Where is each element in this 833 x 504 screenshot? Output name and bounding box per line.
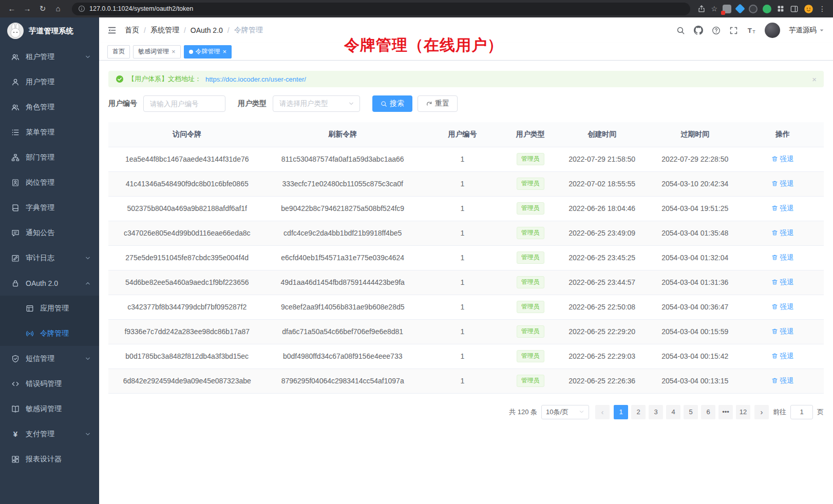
- breadcrumb-system[interactable]: 系统管理: [150, 26, 179, 35]
- page-button[interactable]: 2: [631, 405, 646, 419]
- browser-actions: ☆ ⋮: [697, 4, 828, 14]
- address-bar[interactable]: 127.0.0.1:1024/system/oauth2/token: [72, 3, 690, 15]
- search-icon[interactable]: [676, 26, 685, 35]
- tab-sensitive-word[interactable]: 敏感词管理 ×: [133, 45, 181, 59]
- reload-button[interactable]: ↻: [36, 0, 49, 17]
- sidebar-item-post[interactable]: 岗位管理: [0, 170, 99, 195]
- sidebar-collapse-icon[interactable]: [107, 26, 117, 35]
- lock-icon: [11, 279, 20, 287]
- force-logout-button[interactable]: 强退: [771, 327, 793, 336]
- expire-time-cell: 2022-07-29 22:28:50: [649, 147, 742, 171]
- breadcrumb-home[interactable]: 首页: [125, 26, 139, 35]
- page-buttons: 1 2 3 4 5 6 ••• 12: [614, 405, 750, 419]
- prev-page-button[interactable]: ‹: [595, 405, 610, 419]
- page-size-select[interactable]: 10条/页: [541, 405, 589, 419]
- sidebar-item-error-code[interactable]: 错误码管理: [0, 371, 99, 396]
- sidebar-item-report-designer[interactable]: 报表设计器: [0, 447, 99, 472]
- table-row: c342377bf8b344799dcbf7bf095287f2 9ce8ef2…: [108, 295, 824, 319]
- sidebar-item-menu[interactable]: 菜单管理: [0, 120, 99, 145]
- sidebar-item-role[interactable]: 角色管理: [0, 94, 99, 120]
- font-size-icon[interactable]: [747, 26, 756, 35]
- trash-icon: [771, 377, 778, 384]
- doc-link[interactable]: https://doc.iocoder.cn/user-center/: [205, 75, 306, 83]
- page-button[interactable]: 5: [684, 405, 698, 419]
- sidebar-item-tenant[interactable]: 租户管理: [0, 44, 99, 69]
- close-icon[interactable]: ×: [172, 48, 176, 55]
- alert-close-icon[interactable]: ×: [812, 75, 817, 84]
- sidebar-item-label: 报表设计器: [26, 455, 62, 464]
- trash-icon: [771, 180, 778, 187]
- page-button[interactable]: •••: [718, 405, 733, 419]
- next-page-button[interactable]: ›: [754, 405, 769, 419]
- bookmark-star-icon[interactable]: ☆: [711, 5, 717, 13]
- user-type-badge: 管理员: [517, 350, 544, 362]
- sidebar-item-sensitive-word[interactable]: 敏感词管理: [0, 396, 99, 421]
- force-logout-button[interactable]: 强退: [771, 302, 793, 312]
- page-button[interactable]: 12: [736, 405, 750, 419]
- user-menu[interactable]: 芋道源码: [789, 26, 825, 35]
- fullscreen-icon[interactable]: [729, 26, 738, 35]
- share-icon[interactable]: [697, 5, 706, 13]
- expire-time-cell: 2054-03-04 00:15:59: [649, 319, 742, 344]
- extension-icon-4[interactable]: [763, 5, 771, 13]
- sidebar-item-dict[interactable]: 字典管理: [0, 195, 99, 220]
- tab-home[interactable]: 首页: [107, 45, 130, 59]
- github-icon[interactable]: [694, 26, 703, 35]
- force-logout-button[interactable]: 强退: [771, 376, 793, 385]
- search-button[interactable]: 搜索: [372, 95, 412, 112]
- force-logout-button[interactable]: 强退: [771, 179, 793, 188]
- sidebar-item-notice[interactable]: 通知公告: [0, 220, 99, 245]
- side-panel-icon[interactable]: [790, 5, 799, 13]
- user-type-badge: 管理员: [517, 301, 544, 313]
- sidebar-item-oauth2-token[interactable]: 令牌管理: [0, 321, 99, 346]
- force-logout-label: 强退: [780, 228, 793, 238]
- extensions-puzzle-icon[interactable]: [777, 5, 785, 13]
- reset-button[interactable]: 重置: [418, 95, 458, 112]
- force-logout-button[interactable]: 强退: [771, 278, 793, 287]
- home-button[interactable]: ⌂: [51, 0, 65, 17]
- user-id-cell: 1: [420, 245, 505, 270]
- force-logout-button[interactable]: 强退: [771, 228, 793, 238]
- breadcrumb-oauth2[interactable]: OAuth 2.0: [191, 26, 223, 34]
- sidebar-item-oauth2[interactable]: OAuth 2.0: [0, 270, 99, 296]
- sidebar-item-sms[interactable]: 短信管理: [0, 346, 99, 371]
- back-button[interactable]: ←: [5, 0, 18, 17]
- page-button[interactable]: 6: [701, 405, 715, 419]
- close-icon[interactable]: ×: [223, 48, 227, 55]
- force-logout-button[interactable]: 强退: [771, 204, 793, 213]
- sidebar-item-dept[interactable]: 部门管理: [0, 145, 99, 170]
- goto-page-input[interactable]: [790, 405, 813, 419]
- trash-icon: [771, 328, 778, 335]
- app-logo[interactable]: 芋道管理系统: [0, 17, 99, 44]
- sidebar-item-pay[interactable]: ¥ 支付管理: [0, 421, 99, 447]
- forward-button[interactable]: →: [21, 0, 34, 17]
- browser-menu-icon[interactable]: ⋮: [819, 5, 826, 13]
- user-id-input[interactable]: [143, 95, 225, 112]
- page-button[interactable]: 3: [649, 405, 663, 419]
- goto-suffix: 页: [817, 408, 824, 417]
- sidebar-item-oauth2-app[interactable]: 应用管理: [0, 296, 99, 321]
- sidebar-item-label: OAuth 2.0: [26, 279, 58, 287]
- force-logout-button[interactable]: 强退: [771, 154, 793, 164]
- col-created-time: 创建时间: [556, 122, 649, 147]
- site-info-icon[interactable]: [78, 5, 85, 12]
- profile-avatar-icon[interactable]: [804, 4, 813, 14]
- user-type-select[interactable]: 请选择用户类型: [273, 95, 360, 112]
- force-logout-button[interactable]: 强退: [771, 352, 793, 361]
- extension-icon-3[interactable]: [749, 5, 758, 13]
- search-icon: [381, 101, 387, 107]
- user-id-cell: 1: [420, 369, 505, 393]
- page-button[interactable]: 1: [614, 405, 628, 419]
- edit-icon: [11, 254, 20, 262]
- force-logout-button[interactable]: 强退: [771, 253, 793, 262]
- page-button[interactable]: 4: [666, 405, 680, 419]
- user-avatar[interactable]: [765, 23, 780, 38]
- sidebar-item-user[interactable]: 用户管理: [0, 69, 99, 94]
- doc-alert: 【用户体系】文档地址： https://doc.iocoder.cn/user-…: [108, 71, 824, 87]
- tab-token[interactable]: 令牌管理 ×: [184, 45, 232, 59]
- extension-icon-2[interactable]: [735, 4, 745, 14]
- refresh-token-cell: 9ce8ef2aa9f14056b831ae9b608e28d5: [266, 295, 419, 319]
- help-icon[interactable]: [712, 26, 721, 35]
- sidebar-item-audit-log[interactable]: 审计日志: [0, 245, 99, 270]
- extension-icon-1[interactable]: [723, 5, 731, 13]
